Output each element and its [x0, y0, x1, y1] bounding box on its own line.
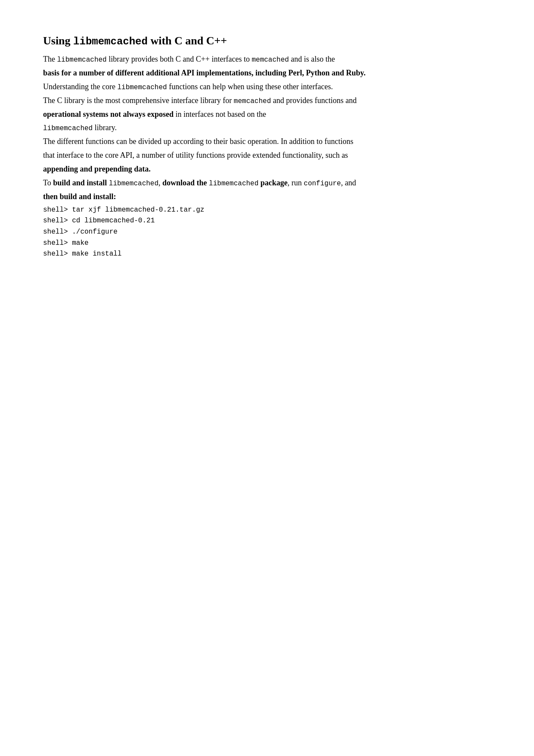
code-line-3: shell> ./configure — [43, 227, 491, 238]
paragraph-1: The libmemcached library provides both C… — [43, 53, 491, 66]
code-block: shell> tar xjf libmemcached-0.21.tar.gz … — [43, 205, 491, 260]
bold-text-3: appending and prepending data. — [43, 165, 151, 173]
code-memcached-1: memcached — [251, 56, 289, 64]
paragraph-5: operational systems not always exposed i… — [43, 109, 491, 121]
paragraph-4: The C library is the most comprehensive … — [43, 95, 491, 107]
paragraph-3: Understanding the core libmemcached func… — [43, 81, 491, 93]
bold-text-5: download the — [162, 178, 207, 187]
code-libmemcached-1: libmemcached — [57, 56, 106, 64]
code-line-2: shell> cd libmemcached-0.21 — [43, 216, 491, 227]
bold-text-6: package — [261, 178, 288, 187]
paragraph-2: basis for a number of different addition… — [43, 67, 491, 79]
paragraph-8: appending and prepending data. — [43, 163, 491, 175]
bold-text-4: build and install — [53, 178, 107, 187]
bold-text-2: operational systems not always exposed — [43, 110, 174, 119]
code-libmemcached-2: libmemcached — [117, 84, 167, 91]
paragraph-10: then build and install: — [43, 191, 491, 203]
code-libmemcached-5: libmemcached — [209, 180, 258, 187]
code-configure: configure — [304, 180, 341, 187]
paragraph-5b: libmemcached library. — [43, 122, 491, 134]
code-line-5: shell> make install — [43, 249, 491, 260]
paragraph-7: that interface to the core API, a number… — [43, 150, 491, 162]
code-libmemcached-3: libmemcached — [43, 125, 93, 132]
bold-text-1: basis for a number of different addition… — [43, 69, 366, 77]
title-code: libmemcached — [73, 36, 148, 47]
paragraph-6: The different functions can be divided u… — [43, 136, 491, 148]
section-title: Using libmemcached with C and C++ — [43, 34, 491, 47]
code-line-1: shell> tar xjf libmemcached-0.21.tar.gz — [43, 205, 491, 216]
page-content: Using libmemcached with C and C++ The li… — [43, 34, 491, 260]
code-libmemcached-4: libmemcached — [109, 180, 158, 187]
bold-text-7: then build and install: — [43, 192, 116, 201]
paragraph-9: To build and install libmemcached, downl… — [43, 177, 491, 189]
code-memcached-2: memcached — [234, 97, 271, 105]
code-line-4: shell> make — [43, 238, 491, 249]
